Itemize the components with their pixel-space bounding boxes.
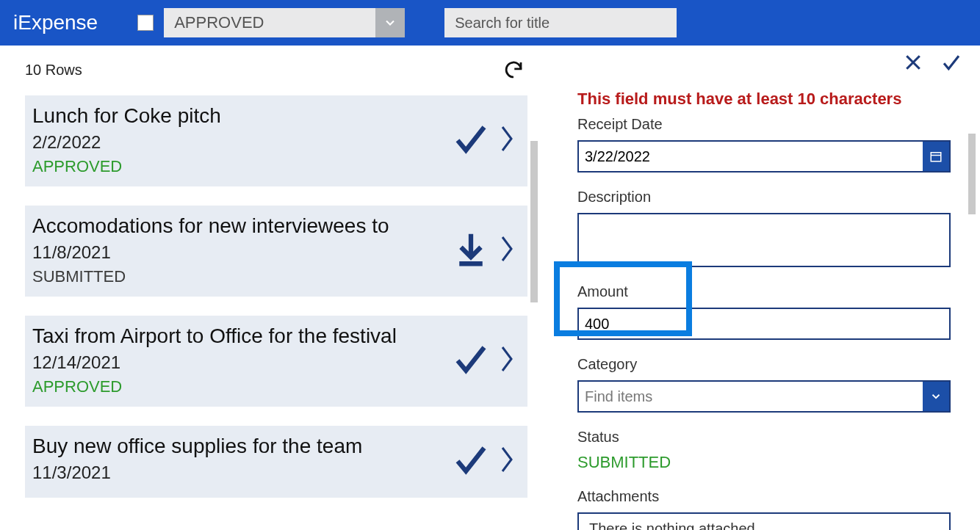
check-icon[interactable] [451, 339, 491, 382]
category-field[interactable] [577, 380, 951, 413]
expense-card[interactable]: Buy new office supplies for the team11/3… [25, 426, 527, 498]
status-value: SUBMITTED [577, 453, 962, 472]
amount-field[interactable] [577, 308, 951, 340]
expense-date: 12/14/2021 [32, 352, 451, 373]
chevron-down-icon [375, 8, 405, 37]
attachments-empty-text: There is nothing attached. [589, 520, 759, 531]
detail-scrollbar[interactable] [968, 134, 976, 214]
close-icon[interactable] [902, 51, 924, 76]
category-label: Category [577, 356, 962, 373]
check-icon[interactable] [451, 440, 491, 482]
refresh-icon[interactable] [502, 59, 525, 81]
filter-select[interactable]: APPROVED [164, 8, 405, 37]
check-icon[interactable] [451, 119, 491, 161]
app-title: iExpense [13, 11, 98, 35]
description-label: Description [577, 189, 962, 206]
receipt-date-field[interactable] [577, 140, 951, 173]
calendar-icon[interactable] [923, 142, 949, 171]
chevron-right-icon[interactable] [498, 233, 516, 268]
expense-date: 11/3/2021 [32, 462, 451, 483]
chevron-down-icon[interactable] [923, 382, 949, 411]
app-header: iExpense APPROVED [0, 0, 980, 46]
row-count: 10 Rows [25, 62, 82, 79]
expense-card[interactable]: Lunch for Coke pitch2/2/2022APPROVED [25, 95, 527, 186]
attachments-label: Attachments [577, 488, 962, 505]
confirm-icon[interactable] [940, 51, 962, 76]
attachments-box[interactable]: There is nothing attached. [577, 512, 951, 530]
main-area: 10 Rows Lunch for Coke pitch2/2/2022APPR… [0, 46, 980, 530]
chevron-right-icon[interactable] [498, 123, 516, 158]
description-input[interactable] [577, 213, 951, 267]
filter-value: APPROVED [174, 13, 264, 32]
svg-rect-0 [931, 153, 941, 161]
amount-label: Amount [577, 283, 628, 300]
expense-title: Buy new office supplies for the team [32, 435, 451, 458]
validation-error: This field must have at least 10 charact… [577, 90, 962, 109]
expense-title: Accomodations for new interviewees to [32, 214, 451, 238]
chevron-right-icon[interactable] [498, 343, 516, 378]
search-input[interactable] [444, 8, 677, 37]
expense-card[interactable]: Accomodations for new interviewees to11/… [25, 206, 527, 297]
expense-card[interactable]: Taxi from Airport to Office for the fest… [25, 316, 527, 407]
download-icon[interactable] [451, 229, 491, 272]
filter-checkbox[interactable] [137, 15, 154, 31]
detail-panel: This field must have at least 10 charact… [544, 46, 980, 530]
amount-input[interactable] [579, 309, 949, 338]
list-scrollbar[interactable] [530, 141, 538, 302]
expense-status: APPROVED [32, 157, 451, 176]
chevron-right-icon[interactable] [498, 443, 516, 479]
receipt-date-label: Receipt Date [577, 116, 962, 133]
expense-status: APPROVED [32, 377, 451, 396]
expense-title: Taxi from Airport to Office for the fest… [32, 324, 451, 348]
expense-status: SUBMITTED [32, 267, 451, 286]
category-input[interactable] [579, 382, 923, 411]
status-label: Status [577, 429, 962, 446]
expense-date: 2/2/2022 [32, 132, 451, 153]
expense-date: 11/8/2021 [32, 242, 451, 263]
receipt-date-input[interactable] [579, 142, 923, 171]
expense-list-panel: 10 Rows Lunch for Coke pitch2/2/2022APPR… [0, 46, 544, 530]
expense-title: Lunch for Coke pitch [32, 104, 451, 128]
